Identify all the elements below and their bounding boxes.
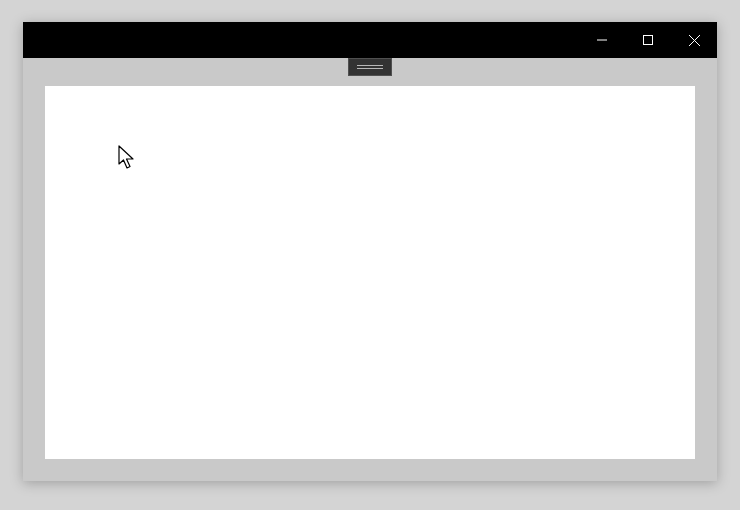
window-controls bbox=[579, 22, 717, 58]
svg-rect-1 bbox=[644, 36, 653, 45]
maximize-icon bbox=[643, 35, 653, 45]
content-area bbox=[45, 86, 695, 459]
close-button[interactable] bbox=[671, 22, 717, 58]
grip-icon bbox=[357, 68, 383, 69]
title-bar[interactable] bbox=[23, 22, 717, 58]
application-window bbox=[23, 22, 717, 481]
maximize-button[interactable] bbox=[625, 22, 671, 58]
close-icon bbox=[689, 35, 700, 46]
minimize-icon bbox=[597, 35, 607, 45]
panel-drag-handle[interactable] bbox=[348, 58, 392, 76]
grip-icon bbox=[357, 65, 383, 66]
minimize-button[interactable] bbox=[579, 22, 625, 58]
